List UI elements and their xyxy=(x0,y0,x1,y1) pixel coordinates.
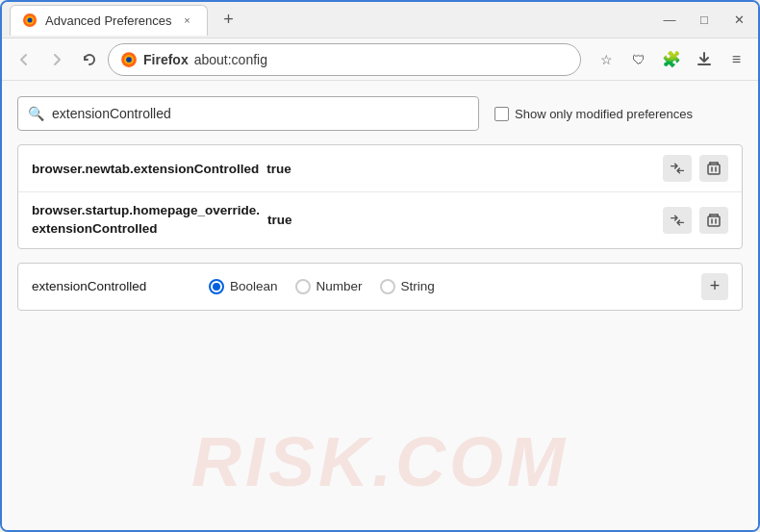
minimize-button[interactable]: — xyxy=(658,9,681,32)
row-2-actions xyxy=(663,207,728,234)
boolean-option[interactable]: Boolean xyxy=(209,279,278,294)
number-radio[interactable] xyxy=(295,279,311,294)
add-preference-button[interactable]: + xyxy=(701,273,728,300)
toggle-icon-1 xyxy=(670,162,685,175)
svg-rect-13 xyxy=(708,216,720,226)
menu-button[interactable]: ≡ xyxy=(723,46,750,73)
svg-point-2 xyxy=(28,18,33,23)
svg-point-5 xyxy=(126,57,132,63)
search-box[interactable]: 🔍 xyxy=(17,96,479,131)
search-icon: 🔍 xyxy=(28,106,44,121)
downloads-icon[interactable] xyxy=(691,46,718,73)
delete-button-2[interactable] xyxy=(699,207,728,234)
number-option[interactable]: Number xyxy=(295,279,363,294)
show-modified-label[interactable]: Show only modified preferences xyxy=(494,107,693,121)
show-modified-text: Show only modified preferences xyxy=(515,107,693,121)
nav-bar: Firefox about:config ☆ 🛡 🧩 ≡ xyxy=(2,38,758,81)
title-bar: Advanced Preferences × + — □ ✕ xyxy=(2,2,758,38)
pref-value-2: true xyxy=(267,213,655,227)
row-1-actions xyxy=(663,155,728,182)
table-row: browser.startup.homepage_override. exten… xyxy=(18,192,742,248)
new-pref-name: extensionControlled xyxy=(32,279,186,293)
back-icon xyxy=(17,53,31,66)
pref-name-2: browser.startup.homepage_override. exten… xyxy=(32,202,260,239)
string-label: String xyxy=(401,279,435,293)
back-button[interactable] xyxy=(10,45,38,74)
watermark: RISK.COM xyxy=(191,422,569,501)
search-input[interactable] xyxy=(52,106,469,121)
maximize-button[interactable]: □ xyxy=(693,9,716,32)
type-radio-group: Boolean Number String xyxy=(209,279,678,294)
pref-name-1: browser.newtab.extensionControlled xyxy=(32,162,259,176)
tab-close-button[interactable]: × xyxy=(180,13,195,28)
delete-icon-2 xyxy=(707,213,721,228)
url-display: about:config xyxy=(194,52,267,67)
nav-icons: ☆ 🛡 🧩 ≡ xyxy=(593,46,750,73)
forward-button[interactable] xyxy=(42,45,71,74)
reload-icon xyxy=(83,53,96,66)
number-label: Number xyxy=(317,279,363,293)
boolean-radio[interactable] xyxy=(209,279,224,294)
firefox-favicon-icon xyxy=(22,13,38,28)
bookmark-icon[interactable]: ☆ xyxy=(593,46,620,73)
pref-value-1: true xyxy=(266,162,655,176)
svg-rect-7 xyxy=(708,165,720,174)
downloads-icon-svg xyxy=(697,52,712,67)
table-row: browser.newtab.extensionControlled true xyxy=(18,145,742,192)
address-bar[interactable]: Firefox about:config xyxy=(108,43,581,76)
browser-window: Advanced Preferences × + — □ ✕ xyxy=(0,0,760,532)
firefox-logo-icon xyxy=(120,51,138,68)
content-area: RISK.COM 🔍 Show only modified preference… xyxy=(2,81,758,530)
forward-icon xyxy=(50,53,63,66)
delete-icon-1 xyxy=(707,161,721,176)
extension-icon[interactable]: 🧩 xyxy=(658,46,685,73)
toggle-icon-2 xyxy=(670,214,685,227)
new-tab-button[interactable]: + xyxy=(215,7,242,34)
show-modified-checkbox[interactable] xyxy=(494,107,509,121)
svg-rect-6 xyxy=(697,63,711,65)
delete-button-1[interactable] xyxy=(699,155,728,182)
browser-name-label: Firefox xyxy=(143,52,189,67)
close-button[interactable]: ✕ xyxy=(727,9,750,32)
boolean-label: Boolean xyxy=(230,279,278,293)
browser-tab[interactable]: Advanced Preferences × xyxy=(10,5,208,36)
reload-button[interactable] xyxy=(75,45,104,74)
shield-icon[interactable]: 🛡 xyxy=(625,46,652,73)
toggle-button-1[interactable] xyxy=(663,155,692,182)
window-controls: — □ ✕ xyxy=(658,9,750,32)
tab-title: Advanced Preferences xyxy=(45,13,172,28)
string-option[interactable]: String xyxy=(380,279,435,294)
search-row: 🔍 Show only modified preferences xyxy=(17,96,743,131)
results-table: browser.newtab.extensionControlled true xyxy=(17,144,743,249)
string-radio[interactable] xyxy=(380,279,395,294)
toggle-button-2[interactable] xyxy=(663,207,692,234)
add-preference-row: extensionControlled Boolean Number Strin… xyxy=(17,263,743,311)
